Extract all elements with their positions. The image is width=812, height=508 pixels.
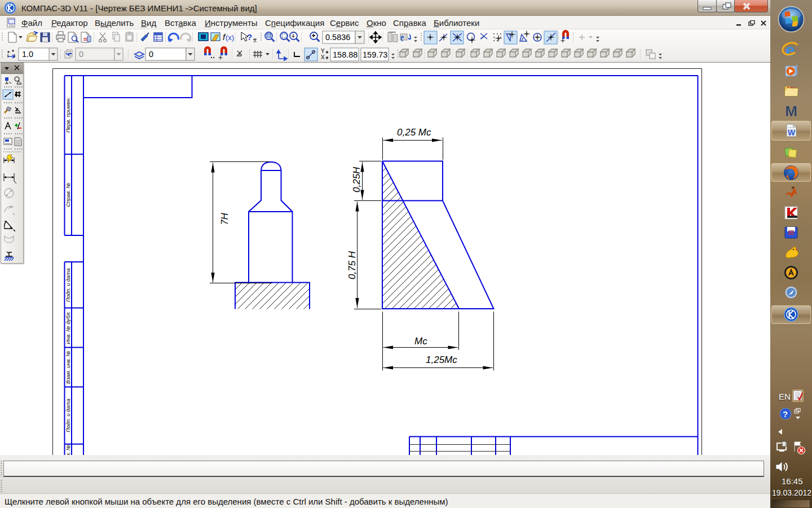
svg-text:0,25Н: 0,25Н — [351, 167, 362, 192]
svg-text:158.88: 158.88 — [333, 50, 358, 59]
svg-text:(x): (x) — [226, 33, 234, 42]
svg-text:1.0: 1.0 — [22, 50, 33, 59]
svg-text:Y: Y — [321, 48, 325, 54]
svg-text:0,25 Мс: 0,25 Мс — [397, 127, 431, 138]
svg-text:Подп. и дата: Подп. и дата — [65, 268, 71, 301]
svg-text:?: ? — [783, 409, 788, 419]
svg-text:1,25Мс: 1,25Мс — [426, 354, 457, 365]
svg-text:EN: EN — [779, 392, 791, 401]
svg-text:Мс: Мс — [414, 336, 427, 347]
svg-text:0: 0 — [149, 50, 153, 59]
svg-text:W: W — [788, 128, 796, 137]
svg-text:Справ. №: Справ. № — [65, 182, 71, 207]
svg-text:?: ? — [247, 32, 252, 42]
svg-text:X: X — [321, 54, 325, 60]
svg-text:Взам. инв. №: Взам. инв. № — [65, 351, 71, 384]
svg-text:0: 0 — [79, 50, 83, 59]
svg-text:159.73: 159.73 — [363, 50, 387, 59]
svg-text:Инв. №: Инв. № — [65, 445, 71, 455]
svg-text:Инв. № дубл.: Инв. № дубл. — [65, 311, 71, 344]
svg-text:Подп. и дата: Подп. и дата — [65, 398, 71, 432]
svg-text:M: M — [785, 103, 797, 120]
svg-text:Перв. примен.: Перв. примен. — [65, 97, 71, 133]
svg-text:7Н: 7Н — [219, 213, 230, 225]
svg-text:0.5836: 0.5836 — [325, 33, 350, 42]
svg-text:0,75 Н: 0,75 Н — [347, 251, 358, 279]
